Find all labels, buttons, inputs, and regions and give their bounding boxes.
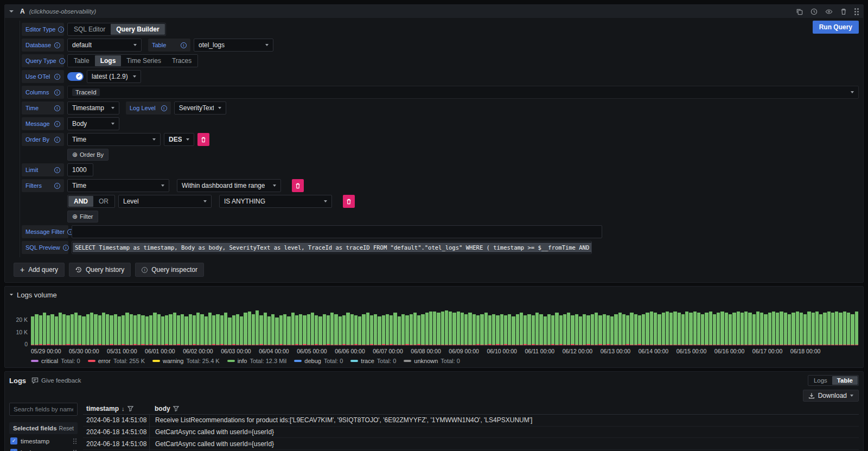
x-tick-label: 06/12 00:00: [563, 348, 592, 354]
order-by-direction-select[interactable]: DESC: [164, 133, 194, 146]
message-column-select[interactable]: Body: [67, 117, 119, 130]
download-button[interactable]: Download: [803, 390, 859, 402]
duplicate-query-icon[interactable]: [796, 8, 803, 15]
conjunction-or[interactable]: OR: [93, 196, 114, 207]
field-drag-handle-icon[interactable]: [73, 439, 76, 444]
search-fields-input[interactable]: [9, 403, 78, 416]
volume-bar: [823, 313, 826, 345]
table-row[interactable]: 2024-06-18 14:51:08Receive ListRecommend…: [83, 415, 859, 427]
filter-operator-select[interactable]: Within dashboard time range: [177, 179, 281, 192]
collapse-query-chevron-icon[interactable]: [9, 10, 14, 12]
conjunction-and[interactable]: AND: [68, 196, 93, 207]
legend-item-trace[interactable]: traceTotal: 0: [350, 358, 396, 364]
filter-funnel-icon[interactable]: [173, 406, 179, 411]
volume-bar: [307, 314, 310, 346]
info-icon[interactable]: i: [59, 58, 65, 64]
editor-type-sql-editor[interactable]: SQL Editor: [68, 24, 111, 35]
x-tick-label: 06/17 00:00: [752, 348, 782, 354]
collapse-panel-chevron-icon[interactable]: [10, 294, 13, 295]
query-type-logs[interactable]: Logs: [95, 55, 122, 66]
legend-item-unknown[interactable]: unknownTotal: 0: [404, 358, 460, 364]
message-filter-input[interactable]: [72, 225, 602, 238]
field-checkbox[interactable]: ✓: [10, 449, 17, 451]
legend-item-info[interactable]: infoTotal: 12.3 Mil: [227, 358, 287, 364]
logs-volume-chart: 20 K 10 K 0 05/29 00:0005/30 00:0005/31 …: [31, 304, 858, 354]
query-type-table[interactable]: Table: [68, 55, 95, 66]
volume-bar: [768, 313, 771, 345]
info-icon[interactable]: i: [54, 90, 60, 96]
filter2-operator-select[interactable]: IS ANYTHING: [219, 195, 332, 208]
remove-order-by-button[interactable]: [197, 133, 209, 146]
chevron-down-icon: [133, 44, 137, 46]
info-icon[interactable]: i: [181, 42, 187, 48]
volume-bar: [535, 313, 539, 345]
info-icon[interactable]: i: [54, 121, 60, 127]
info-icon[interactable]: i: [54, 105, 60, 111]
volume-bar: [232, 315, 235, 345]
info-icon[interactable]: i: [63, 245, 69, 251]
column-tag[interactable]: TraceId: [72, 88, 100, 96]
legend-item-error[interactable]: errorTotal: 255 K: [88, 358, 145, 364]
add-query-button[interactable]: + Add query: [14, 263, 65, 277]
info-icon[interactable]: i: [54, 137, 60, 143]
otel-version-select[interactable]: latest (1.2.9): [87, 70, 141, 83]
x-tick-label: 06/02 00:00: [183, 348, 213, 354]
query-row-header[interactable]: A (clickhouse-observability): [5, 5, 863, 18]
toggle-visibility-icon[interactable]: [825, 8, 833, 15]
log-level-select[interactable]: SeverityText: [174, 101, 226, 115]
query-inspector-button[interactable]: i Query inspector: [135, 263, 204, 277]
sort-desc-icon[interactable]: ↓: [122, 405, 125, 412]
remove-query-icon[interactable]: [840, 8, 847, 15]
info-icon[interactable]: i: [54, 74, 60, 80]
drag-handle-icon[interactable]: [854, 8, 859, 15]
query-type-traces[interactable]: Traces: [167, 55, 197, 66]
volume-bar: [551, 315, 554, 345]
field-checkbox[interactable]: ✓: [10, 437, 17, 444]
sql-preview-field[interactable]: SELECT Timestamp as timestamp, Body as b…: [72, 241, 592, 254]
editor-type-query-builder[interactable]: Query Builder: [111, 24, 164, 35]
filter-funnel-icon[interactable]: [127, 406, 133, 411]
table-row[interactable]: 2024-06-18 14:51:08GetCartAsync called w…: [83, 427, 859, 439]
query-type-time-series[interactable]: Time Series: [121, 55, 167, 66]
volume-bar: [220, 315, 224, 345]
info-icon[interactable]: i: [54, 42, 60, 48]
logs-volume-title: Logs volume: [17, 291, 57, 299]
filters-label: Filtersi: [22, 179, 64, 192]
view-option-logs[interactable]: Logs: [809, 376, 832, 385]
legend-item-warning[interactable]: warningTotal: 25.4 K: [152, 358, 220, 364]
table-row[interactable]: 2024-06-18 14:51:08GetCartAsync called w…: [83, 438, 859, 450]
time-column-select[interactable]: Timestamp: [67, 101, 119, 115]
query-history-icon[interactable]: [810, 8, 818, 15]
limit-input[interactable]: 1000: [67, 163, 93, 176]
x-tick-label: 06/03 00:00: [221, 348, 251, 354]
volume-bar: [303, 315, 306, 345]
legend-item-critical[interactable]: criticalTotal: 0: [31, 358, 80, 364]
use-otel-toggle[interactable]: ✓: [67, 72, 84, 81]
columns-multiselect[interactable]: TraceId: [67, 86, 859, 99]
logs-volume-header[interactable]: Logs volume: [9, 289, 859, 300]
run-query-button[interactable]: Run Query: [813, 21, 859, 34]
reset-fields-button[interactable]: Reset: [59, 425, 74, 431]
volume-bar: [626, 315, 629, 345]
view-option-table[interactable]: Table: [832, 376, 858, 385]
editor-type-switch: SQL Editor Query Builder: [67, 23, 166, 36]
table-select[interactable]: otel_logs: [194, 39, 273, 52]
remove-filter2-button[interactable]: [343, 195, 355, 208]
database-select[interactable]: default: [67, 39, 142, 52]
filter2-field-select[interactable]: Level: [118, 195, 212, 208]
add-order-by-button[interactable]: ⊕ Order By: [67, 149, 108, 161]
query-history-button[interactable]: Query history: [69, 263, 131, 277]
add-filter-button[interactable]: ⊕ Filter: [67, 211, 98, 223]
give-feedback-button[interactable]: Give feedback: [31, 377, 81, 384]
legend-item-debug[interactable]: debugTotal: 0: [294, 358, 343, 364]
filter-field-select[interactable]: Time: [67, 179, 169, 192]
timestamp-column-header[interactable]: timestamp ↓: [83, 405, 149, 412]
remove-filter-button[interactable]: [292, 179, 304, 192]
info-icon[interactable]: i: [54, 183, 60, 189]
order-by-field-select[interactable]: Time: [67, 133, 161, 146]
info-icon[interactable]: i: [54, 167, 60, 173]
chevron-down-icon: [111, 123, 114, 125]
body-column-header[interactable]: body: [149, 405, 859, 412]
info-icon[interactable]: i: [161, 105, 167, 111]
info-icon[interactable]: i: [58, 27, 64, 33]
